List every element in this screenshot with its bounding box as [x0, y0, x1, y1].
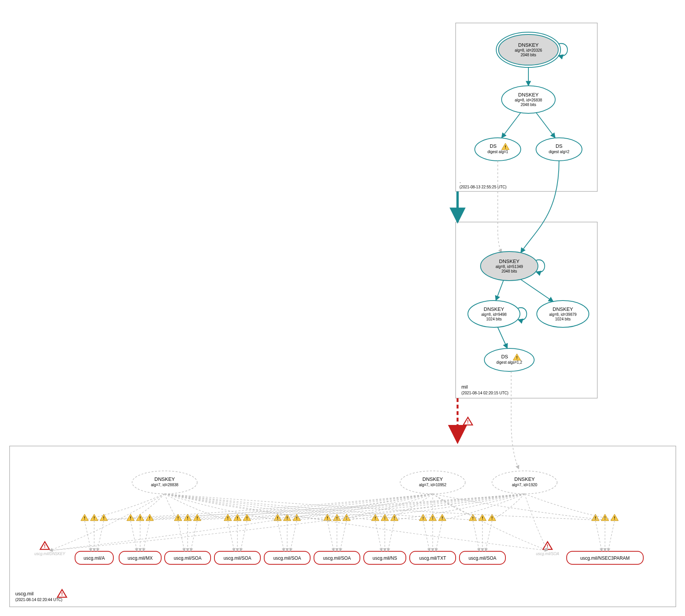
svg-point-39 — [484, 348, 534, 371]
warning-icon: ! — [293, 514, 301, 521]
svg-text:!: ! — [237, 516, 238, 520]
mil-zsk1-node[interactable]: DNSKEY alg=8, id=9498 1024 bits — [468, 301, 520, 327]
svg-text:digest algs=1,2: digest algs=1,2 — [496, 360, 522, 364]
svg-text:alg=8, id=39879: alg=8, id=39879 — [549, 312, 577, 317]
svg-text:2048 bits: 2048 bits — [502, 269, 517, 273]
rrset-label: uscg.mil/TXT — [419, 556, 446, 561]
svg-line-43 — [498, 327, 507, 348]
root-zsk-node[interactable]: DNSKEY alg=8, id=26838 2048 bits — [502, 86, 555, 113]
zone-mil-label: mil — [461, 384, 468, 390]
rrset-node[interactable]: uscg.mil/SOA — [165, 551, 211, 564]
svg-text:!: ! — [491, 516, 493, 520]
svg-text:DNSKEY: DNSKEY — [518, 92, 539, 98]
svg-text:alg=7, id=28838: alg=7, id=28838 — [151, 483, 178, 487]
warning-icon: ! — [224, 514, 232, 521]
svg-text:(2021-08-14 02:20:15 UTC): (2021-08-14 02:20:15 UTC) — [461, 391, 508, 395]
uscg-key1-node[interactable]: DNSKEY alg=7, id=28838 — [132, 471, 197, 494]
rrset-label: uscg.mil/NS — [373, 556, 397, 561]
svg-text:alg=8, id=26838: alg=8, id=26838 — [515, 98, 542, 102]
svg-text:digest alg=2: digest alg=2 — [549, 150, 570, 154]
svg-text:DNSKEY: DNSKEY — [499, 258, 520, 264]
svg-text:!: ! — [482, 516, 483, 520]
svg-text:mil: mil — [461, 384, 468, 390]
svg-text:!: ! — [467, 419, 469, 425]
rrset-label: uscg.mil/SOA — [323, 556, 351, 561]
svg-text:DNSKEY: DNSKEY — [518, 42, 539, 48]
svg-text:DNSKEY: DNSKEY — [154, 476, 175, 482]
svg-point-45 — [132, 471, 197, 494]
svg-text:!: ! — [614, 516, 615, 520]
svg-text:!: ! — [103, 516, 105, 520]
uscg-key2-node[interactable]: DNSKEY alg=7, id=10952 — [400, 471, 465, 494]
svg-line-38 — [521, 279, 553, 302]
svg-text:alg=8, id=51349: alg=8, id=51349 — [495, 265, 523, 269]
svg-text:DS: DS — [501, 354, 508, 359]
rrset-node[interactable]: uscg.mil/SOA — [459, 551, 505, 564]
rrset-node[interactable]: uscg.mil/SOA — [214, 551, 260, 564]
svg-text:digest alg=1: digest alg=1 — [487, 150, 508, 154]
svg-text:alg=8, id=20326: alg=8, id=20326 — [515, 48, 542, 52]
rrset-label: uscg.mil/MX — [128, 556, 152, 561]
warning-icon: ! — [438, 514, 446, 521]
ghost-soa: uscg.mil/SOA — [536, 552, 559, 556]
warning-icon: ! — [234, 514, 241, 521]
svg-point-51 — [492, 471, 557, 494]
svg-point-48 — [400, 471, 465, 494]
svg-text:!: ! — [139, 516, 141, 520]
rrset-label: uscg.mil/NSEC3PARAM — [580, 556, 629, 561]
svg-text:!: ! — [327, 516, 328, 520]
warning-icon: ! — [127, 514, 134, 521]
rrset-node[interactable]: uscg.mil/SOA — [314, 551, 360, 564]
rrset-label: uscg.mil/SOA — [273, 556, 301, 561]
root-ds2-node[interactable]: DS digest alg=2 — [536, 138, 582, 161]
rrset-label: uscg.mil/A — [83, 556, 105, 561]
rrset-node[interactable]: uscg.mil/NS — [364, 551, 406, 564]
zone-root-label: . — [459, 178, 461, 184]
rrset-node[interactable]: uscg.mil/TXT — [410, 551, 456, 564]
svg-text:DNSKEY: DNSKEY — [422, 476, 443, 482]
svg-text:DS: DS — [556, 143, 562, 149]
rrset-node[interactable]: uscg.mil/A — [75, 551, 113, 564]
error-icon: ! — [543, 542, 552, 549]
svg-text:!: ! — [177, 516, 179, 520]
svg-text:!: ! — [516, 355, 518, 360]
root-ds1-node[interactable]: DS digest alg=1 ! — [475, 138, 521, 161]
warning-icon: ! — [611, 514, 618, 521]
mil-ksk-node[interactable]: DNSKEY alg=8, id=51349 2048 bits — [481, 252, 538, 281]
svg-text:!: ! — [227, 516, 229, 520]
rrset-node[interactable]: uscg.mil/NSEC3PARAM — [567, 551, 643, 564]
root-ksk-node[interactable]: DNSKEY alg=8, id=20326 2048 bits — [496, 32, 561, 67]
ghost-dnskey: uscg.mil/DNSKEY — [34, 552, 66, 556]
mil-ds-node[interactable]: DS digest algs=1,2 ! — [484, 348, 534, 371]
rrset-node[interactable]: uscg.mil/SOA — [264, 551, 310, 564]
warning-icon: ! — [81, 514, 88, 521]
warning-icon: ! — [146, 514, 154, 521]
svg-text:!: ! — [286, 516, 288, 520]
warning-icon: ! — [371, 514, 379, 521]
warning-icon: ! — [100, 514, 108, 521]
zone-root-time: (2021-08-13 22:55:25 UTC) — [459, 185, 507, 189]
svg-text:!: ! — [196, 516, 198, 520]
svg-text:.: . — [459, 178, 461, 184]
svg-line-23 — [502, 113, 521, 138]
zone-uscg-label: uscg.mil — [15, 591, 34, 596]
svg-text:!: ! — [61, 591, 63, 597]
svg-text:alg=8, id=9498: alg=8, id=9498 — [481, 312, 507, 317]
svg-text:!: ! — [422, 516, 424, 520]
error-icon: ! — [40, 542, 49, 549]
svg-text:!: ! — [84, 516, 85, 520]
svg-text:DS: DS — [490, 143, 497, 149]
svg-text:DNSKEY: DNSKEY — [484, 306, 504, 312]
svg-line-37 — [496, 280, 504, 301]
svg-point-16 — [475, 138, 521, 161]
uscg-key3-node[interactable]: DNSKEY alg=7, id=1920 — [492, 471, 557, 494]
svg-text:!: ! — [149, 516, 150, 520]
svg-text:!: ! — [246, 516, 248, 520]
svg-text:!: ! — [595, 516, 596, 520]
warning-icon: ! — [333, 514, 341, 521]
zone-uscg-box — [10, 446, 676, 607]
rrset-node[interactable]: uscg.mil/MX — [119, 551, 161, 564]
svg-text:!: ! — [384, 516, 386, 520]
warning-icon: ! — [184, 514, 191, 521]
mil-zsk2-node[interactable]: DNSKEY alg=8, id=39879 1024 bits — [537, 301, 589, 327]
